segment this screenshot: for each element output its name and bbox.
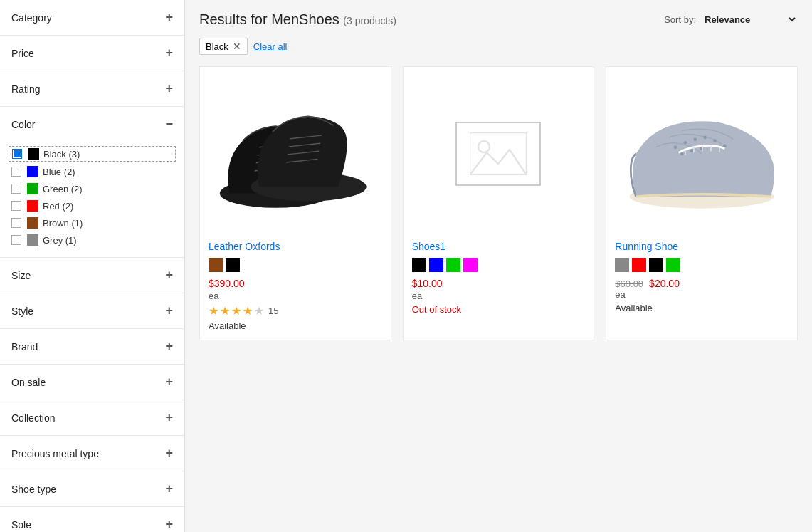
filter-shoetype-label: Shoe type [11,484,56,495]
filter-preciousmetal-header[interactable]: Precious metal type + [0,436,184,471]
color-label-green: Green (2) [43,184,83,194]
style-expand-icon: + [165,303,173,318]
filter-brand-header[interactable]: Brand + [0,329,184,364]
color-swatch-red [27,200,38,212]
product-name-leather-oxfords[interactable]: Leather Oxfords [209,241,382,252]
svg-point-15 [694,137,697,141]
filter-brand-label: Brand [11,341,38,353]
svg-point-16 [703,136,707,140]
product-unit-running-shoe: ea [615,289,789,300]
product-unit-leather-oxfords: ea [209,291,382,301]
product-name-running-shoe[interactable]: Running Shoe [615,241,789,252]
product-card-running-shoe: Running Shoe $60.00 $20.00 ea Available [606,66,798,340]
filter-style-header[interactable]: Style + [0,293,184,328]
color-options-list: Black (3) Blue (2) Green (2) Red (2) [0,142,184,257]
svg-point-17 [713,139,717,142]
swatch-black-rs[interactable] [649,258,663,272]
filter-collection-label: Collection [11,412,55,424]
color-label-brown: Brown (1) [43,218,83,229]
swatch-black[interactable] [226,258,240,272]
product-price-leather-oxfords: $390.00 [209,278,382,289]
color-checkbox-brown[interactable] [11,218,21,228]
filter-onsale-header[interactable]: On sale + [0,365,184,400]
filter-collection-header[interactable]: Collection + [0,400,184,435]
sidebar: Category + Price + Rating + Color − [0,0,185,532]
clear-all-button[interactable]: Clear all [253,41,288,52]
color-swatch-green [27,183,38,194]
product-image-leather-oxfords [209,75,382,232]
filter-price: Price + [0,36,184,71]
sort-select[interactable]: Relevance Price: Low to High Price: High… [702,14,798,26]
star-rating-leather-oxfords: ★ ★ ★ ★ ★ 15 [209,304,382,318]
filter-price-label: Price [11,48,34,59]
color-option-red[interactable]: Red (2) [11,197,173,214]
filter-size-header[interactable]: Size + [0,258,184,293]
color-checkbox-black[interactable] [12,149,22,159]
color-option-black[interactable]: Black (3) [9,146,176,162]
svg-point-11 [478,141,490,152]
onsale-expand-icon: + [165,375,173,390]
filter-sole-header[interactable]: Sole + [0,507,184,532]
star-5: ★ [254,304,264,318]
color-label-black: Black (3) [43,149,80,160]
svg-point-13 [674,145,677,149]
filter-shoetype-header[interactable]: Shoe type + [0,471,184,506]
filter-color-header[interactable]: Color − [0,107,184,142]
filter-category-header[interactable]: Category + [0,0,184,35]
filter-brand: Brand + [0,329,184,365]
swatch-black-s1[interactable] [412,258,426,272]
results-header: Results for MenShoes (3 products) Sort b… [199,11,798,28]
product-status-running-shoe: Available [615,303,789,313]
active-filter-black[interactable]: Black ✕ [199,38,248,55]
swatch-green-s1[interactable] [446,258,460,272]
color-label-grey: Grey (1) [43,235,77,246]
results-title-text: Results for MenShoes [199,11,339,27]
swatch-green-rs[interactable] [666,258,680,272]
filter-color: Color − Black (3) Blue (2) Gre [0,107,184,258]
color-checkbox-blue[interactable] [11,167,21,177]
color-checkbox-grey[interactable] [11,235,21,245]
svg-point-20 [690,149,694,152]
filter-style: Style + [0,293,184,329]
color-checkbox-green[interactable] [11,184,21,194]
swatch-brown[interactable] [209,258,223,272]
product-status-shoes1: Out of stock [412,304,586,315]
filter-price-header[interactable]: Price + [0,36,184,71]
color-label-red: Red (2) [43,201,73,212]
remove-filter-black-icon[interactable]: ✕ [233,41,241,52]
product-price-sale-running-shoe: $20.00 [649,278,680,289]
swatch-magenta-s1[interactable] [463,258,478,272]
filter-tags: Black ✕ Clear all [199,38,798,55]
sole-expand-icon: + [165,517,173,532]
color-option-brown[interactable]: Brown (1) [11,214,173,231]
swatch-grey-rs[interactable] [615,258,629,272]
product-name-shoes1[interactable]: Shoes1 [412,241,586,252]
shoetype-expand-icon: + [165,481,173,496]
product-price-shoes1: $10.00 [412,278,586,289]
color-option-blue[interactable]: Blue (2) [11,163,173,180]
color-swatch-grey [27,234,38,246]
product-swatches-shoes1 [412,258,586,272]
star-4-half: ★ [243,304,253,318]
main-content: Results for MenShoes (3 products) Sort b… [185,0,812,532]
product-card-leather-oxfords: Leather Oxfords $390.00 ea ★ ★ ★ ★ ★ 15 … [199,66,391,340]
filter-category-label: Category [11,12,52,24]
color-checkbox-red[interactable] [11,201,21,211]
product-image-running-shoe [615,75,789,232]
color-swatch-black [28,148,39,160]
results-count: (3 products) [343,15,396,26]
product-swatches-running-shoe [615,258,789,272]
product-image-shoes1 [412,75,586,232]
size-expand-icon: + [165,268,173,283]
color-option-green[interactable]: Green (2) [11,180,173,197]
filter-sole-label: Sole [11,519,31,531]
product-swatches-leather-oxfords [209,258,382,272]
swatch-red-rs[interactable] [632,258,646,272]
sort-section: Sort by: Relevance Price: Low to High Pr… [664,14,798,26]
brand-expand-icon: + [165,339,173,354]
color-option-grey[interactable]: Grey (1) [11,231,173,249]
swatch-blue-s1[interactable] [429,258,443,272]
svg-rect-10 [470,132,527,175]
filter-rating-header[interactable]: Rating + [0,71,184,106]
filter-color-label: Color [11,119,35,130]
